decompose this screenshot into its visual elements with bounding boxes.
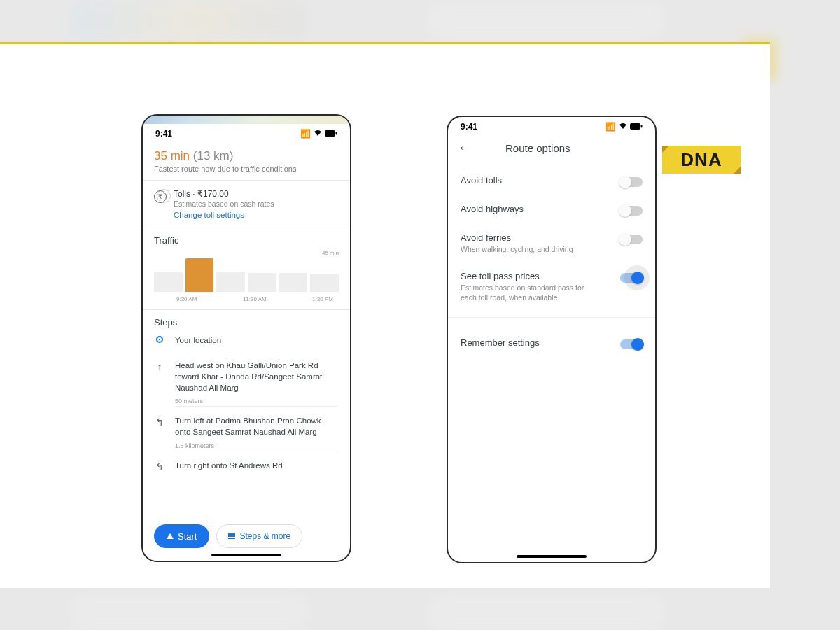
traffic-max-label: 45 min	[322, 250, 339, 256]
option-avoid-highways[interactable]: Avoid highways	[461, 195, 643, 224]
toggle-switch[interactable]	[620, 206, 643, 216]
divider	[143, 180, 350, 181]
divider	[175, 451, 339, 451]
step-row[interactable]: Your location	[154, 328, 339, 353]
bottom-action-bar: Start Steps & more	[143, 524, 350, 548]
steps-section-title: Steps	[154, 317, 339, 328]
divider	[143, 227, 350, 228]
toggle-switch[interactable]	[620, 273, 643, 283]
traffic-bar	[310, 274, 339, 292]
traffic-section-title: Traffic	[154, 235, 339, 246]
battery-icon	[325, 129, 337, 139]
back-arrow-icon[interactable]: ←	[458, 141, 470, 155]
phone-mock-route-details: 9:41 📶 35 min (13 km) Fastest route now …	[141, 114, 351, 562]
route-subtitle: Fastest route now due to traffic conditi…	[154, 164, 339, 173]
list-icon	[228, 533, 235, 539]
traffic-bar	[216, 272, 245, 292]
traffic-bar	[154, 272, 183, 292]
steps-and-more-button[interactable]: Steps & more	[216, 524, 302, 548]
option-label: See toll pass prices	[461, 271, 601, 281]
signal-icon: 📶	[300, 129, 311, 139]
step-text: Turn right onto St Andrews Rd	[175, 460, 283, 471]
option-see-toll-pass-prices[interactable]: See toll pass prices Estimates based on …	[461, 262, 643, 311]
svg-rect-0	[325, 130, 335, 136]
option-label: Avoid highways	[461, 204, 524, 214]
start-navigation-button[interactable]: Start	[154, 524, 209, 548]
status-bar: 9:41 📶	[448, 117, 655, 136]
blurred-bg-shape	[70, 0, 308, 42]
status-bar: 9:41 📶	[143, 124, 350, 144]
home-indicator	[211, 554, 281, 556]
map-preview-strip	[143, 114, 350, 124]
option-remember-settings[interactable]: Remember settings	[461, 329, 643, 358]
route-options-title: Route options	[505, 142, 570, 154]
status-time: 9:41	[461, 122, 477, 132]
route-duration-line: 35 min (13 km)	[154, 149, 339, 163]
step-text: Head west on Khau Galli/Union Park Rd to…	[175, 360, 339, 393]
toggle-switch[interactable]	[620, 234, 643, 244]
main-canvas: DNA 9:41 📶 35 min (13 km) Fastest route …	[0, 42, 770, 588]
dna-watermark-badge: DNA	[662, 146, 741, 174]
step-row[interactable]: ↑ Head west on Khau Galli/Union Park Rd …	[154, 353, 339, 400]
battery-icon	[630, 122, 643, 132]
status-time: 9:41	[155, 129, 172, 139]
traffic-chart[interactable]: 45 min	[154, 258, 339, 292]
option-avoid-ferries[interactable]: Avoid ferries When walking, cycling, and…	[461, 224, 643, 262]
divider	[448, 317, 655, 318]
dna-text: DNA	[680, 149, 722, 171]
traffic-time-label: 1:30 PM	[312, 296, 333, 302]
toggle-switch[interactable]	[620, 340, 643, 349]
step-distance: 1.6 kilometers	[175, 442, 339, 449]
step-distance: 50 meters	[175, 398, 339, 405]
traffic-time-label: 9:30 AM	[176, 296, 197, 302]
svg-rect-1	[336, 132, 337, 135]
options-header: ← Route options	[448, 136, 655, 160]
traffic-bar-selected	[186, 258, 214, 292]
turn-left-icon: ↰	[154, 416, 165, 428]
divider	[175, 406, 339, 407]
option-subtext: Estimates based on standard pass for eac…	[461, 283, 601, 302]
arrow-up-icon: ↑	[154, 361, 165, 372]
navigation-icon	[167, 533, 174, 539]
route-distance: (13 km)	[193, 149, 234, 162]
home-indicator	[517, 555, 587, 558]
signal-icon: 📶	[606, 122, 616, 132]
wifi-icon	[314, 129, 322, 139]
tolls-info-row: ₹ Tolls · ₹170.00 Estimates based on cas…	[154, 188, 339, 220]
start-label: Start	[178, 531, 197, 542]
step-row[interactable]: ↰ Turn right onto St Andrews Rd	[154, 453, 339, 479]
svg-rect-3	[641, 125, 643, 128]
phone-mock-route-options: 9:41 📶 ← Route options Avoid tolls Avoid…	[447, 115, 657, 564]
traffic-axis-labels: 9:30 AM 11:30 AM 1:30 PM	[154, 296, 339, 302]
change-toll-settings-link[interactable]: Change toll settings	[174, 211, 274, 219]
step-row[interactable]: ↰ Turn left at Padma Bhushan Pran Chowk …	[154, 408, 339, 444]
traffic-time-label: 11:30 AM	[243, 296, 267, 302]
turn-left-icon: ↰	[154, 461, 165, 472]
blurred-bg-shape	[427, 595, 665, 630]
status-icons: 📶	[300, 129, 337, 139]
step-text: Turn left at Padma Bhushan Pran Chowk on…	[175, 415, 339, 438]
svg-rect-2	[630, 123, 640, 130]
step-text: Your location	[175, 335, 221, 346]
steps-more-label: Steps & more	[239, 531, 290, 541]
route-duration: 35 min	[154, 149, 190, 162]
blurred-bg-shape	[427, 4, 665, 38]
traffic-bar	[279, 273, 308, 292]
wifi-icon	[619, 122, 627, 132]
tolls-estimate-note: Estimates based on cash rates	[174, 200, 274, 208]
tolls-amount: Tolls · ₹170.00	[174, 189, 274, 199]
option-label: Avoid tolls	[461, 175, 502, 186]
option-avoid-tolls[interactable]: Avoid tolls	[461, 167, 643, 195]
traffic-bar	[248, 273, 276, 292]
toggle-switch[interactable]	[620, 177, 643, 187]
option-label: Remember settings	[461, 337, 540, 348]
divider	[143, 309, 350, 310]
status-icons: 📶	[606, 122, 643, 132]
toll-coin-icon: ₹	[154, 190, 167, 203]
option-subtext: When walking, cycling, and driving	[461, 244, 573, 254]
location-dot-icon	[154, 336, 165, 343]
blurred-bg-shape	[70, 595, 308, 630]
option-label: Avoid ferries	[461, 232, 573, 243]
